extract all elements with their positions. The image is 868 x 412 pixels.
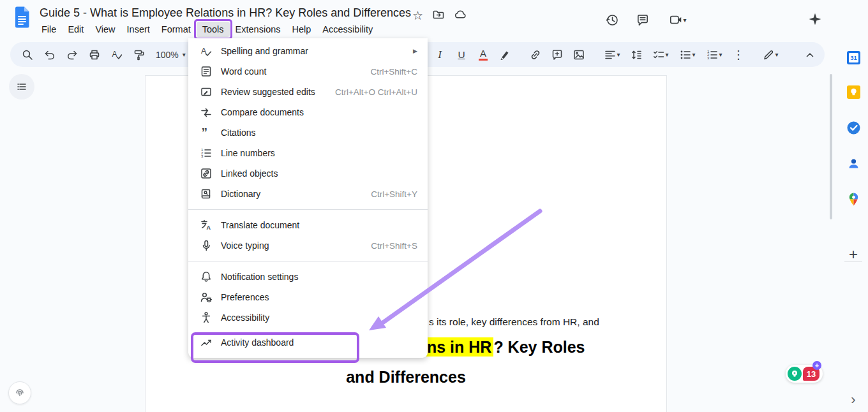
side-panel-rail: 31 + › (839, 40, 868, 412)
zoom-dropdown-icon: ▾ (183, 51, 186, 58)
menu-extensions[interactable]: Extensions (230, 22, 287, 37)
document-outline-button[interactable] (9, 74, 34, 99)
google-calendar-icon[interactable]: 31 (844, 48, 863, 67)
svg-text:3: 3 (201, 154, 204, 158)
menu-format[interactable]: Format (156, 22, 197, 37)
undo-icon[interactable] (41, 47, 58, 63)
hide-menus-icon[interactable] (802, 47, 818, 63)
vertical-scrollbar[interactable] (830, 74, 832, 219)
checklist-icon[interactable]: ▾ (650, 47, 671, 63)
lightbulb-icon (788, 367, 802, 381)
svg-text:A: A (207, 224, 211, 231)
fingerprint-hand-icon (13, 386, 26, 399)
paint-format-icon[interactable] (131, 47, 147, 63)
dictionary-icon (200, 188, 213, 200)
redo-icon[interactable] (64, 47, 80, 63)
linked-objects-icon (200, 167, 213, 180)
google-tasks-icon[interactable] (844, 118, 863, 137)
menu-item-line-numbers[interactable]: 123 Line numbers (188, 143, 428, 163)
menu-insert[interactable]: Insert (121, 22, 156, 37)
add-comment-icon[interactable] (549, 47, 565, 63)
menu-item-review-suggested-edits[interactable]: Review suggested edits Ctrl+Alt+O Ctrl+A… (188, 82, 428, 102)
body-text-fragment: s its role, key differences from HR, and (429, 316, 599, 328)
document-heading-line1: ns in HR? Key Roles (425, 338, 585, 357)
bulleted-list-icon[interactable]: ▾ (677, 47, 698, 63)
menu-view[interactable]: View (89, 22, 121, 37)
line-numbers-icon: 123 (200, 147, 213, 159)
yellow-highlighted-text: ns in HR (425, 337, 493, 357)
google-docs-logo-icon[interactable] (13, 6, 31, 31)
browser-extension-badge[interactable]: 13 + (786, 365, 823, 383)
review-edits-icon (200, 85, 213, 98)
menu-bar: File Edit View Insert Format Tools Exten… (36, 22, 378, 37)
google-keep-icon[interactable] (844, 82, 863, 101)
citations-icon: ” (200, 126, 213, 139)
submenu-arrow-icon: ▶ (413, 48, 417, 54)
menu-item-spelling-and-grammar[interactable]: A Spelling and grammar ▶ (188, 41, 428, 61)
insert-link-icon[interactable] (527, 47, 544, 63)
menu-tools[interactable]: Tools (197, 22, 230, 37)
menu-help[interactable]: Help (287, 22, 317, 37)
underline-icon[interactable]: U (453, 47, 470, 63)
meet-video-icon[interactable]: ▾ (664, 10, 692, 29)
person-gear-icon (200, 291, 213, 304)
gemini-sparkle-icon[interactable] (805, 10, 825, 29)
tools-dropdown-menu: A Spelling and grammar ▶ Word count Ctrl… (188, 38, 428, 358)
menu-item-translate-document[interactable]: A Translate document (188, 215, 428, 235)
menu-item-activity-dashboard[interactable]: Activity dashboard (188, 332, 428, 353)
video-dropdown-icon[interactable]: ▾ (683, 17, 686, 24)
microphone-icon (200, 239, 213, 252)
svg-text:3: 3 (707, 56, 710, 60)
menu-item-preferences[interactable]: Preferences (188, 287, 428, 307)
menu-item-linked-objects[interactable]: Linked objects (188, 163, 428, 184)
get-addons-plus-icon[interactable]: + (844, 245, 863, 264)
numbered-list-icon[interactable]: 123 ▾ (703, 47, 725, 63)
google-maps-icon[interactable] (844, 189, 863, 209)
italic-icon[interactable]: I (431, 47, 448, 63)
outline-list-icon (15, 80, 28, 93)
svg-text:A: A (112, 50, 117, 59)
bell-icon (200, 270, 213, 283)
document-title[interactable]: Guide 5 - What is Employee Relations in … (40, 6, 411, 20)
menu-item-notification-settings[interactable]: Notification settings (188, 267, 428, 287)
accessibility-person-icon (200, 311, 213, 324)
word-count-icon (200, 65, 213, 78)
accessibility-feedback-button[interactable] (8, 381, 31, 404)
menu-item-compare-documents[interactable]: Compare documents (188, 102, 428, 122)
menu-edit[interactable]: Edit (62, 22, 89, 37)
menu-item-word-count[interactable]: Word count Ctrl+Shift+C (188, 61, 428, 82)
cloud-status-icon[interactable] (454, 8, 467, 24)
menu-item-voice-typing[interactable]: Voice typing Ctrl+Shift+S (188, 235, 428, 256)
move-folder-icon[interactable] (432, 8, 445, 24)
show-side-panel-icon[interactable]: › (844, 390, 863, 409)
translate-icon: A (200, 219, 213, 232)
comments-icon[interactable] (633, 10, 652, 29)
menu-item-accessibility[interactable]: Accessibility (188, 307, 428, 328)
editing-mode-pen-icon[interactable]: ▾ (758, 47, 782, 63)
version-history-icon[interactable] (602, 10, 622, 29)
search-menus-icon[interactable] (19, 47, 36, 63)
google-contacts-icon[interactable] (844, 154, 863, 173)
menu-item-citations[interactable]: ” Citations (188, 122, 428, 143)
align-icon[interactable]: ▾ (601, 47, 623, 63)
star-icon[interactable]: ☆ (412, 10, 423, 22)
document-heading-line2: and Differences (146, 368, 666, 386)
print-icon[interactable] (86, 47, 103, 63)
menu-file[interactable]: File (36, 22, 62, 37)
text-color-icon[interactable]: A (475, 47, 491, 63)
line-spacing-icon[interactable] (628, 47, 645, 63)
calendar-day-label: 31 (850, 54, 857, 61)
extension-plus-badge: + (812, 361, 821, 370)
spell-grammar-icon: A (200, 45, 213, 57)
trending-up-icon (200, 336, 213, 349)
app-header: Guide 5 - What is Employee Relations in … (0, 0, 868, 40)
menu-accessibility[interactable]: Accessibility (317, 22, 378, 37)
zoom-select[interactable]: 100% ▾ (153, 50, 188, 60)
highlight-color-icon[interactable] (497, 47, 513, 63)
insert-image-icon[interactable] (571, 47, 587, 63)
menu-divider (188, 209, 428, 210)
spell-check-icon[interactable]: A (108, 47, 125, 63)
more-options-icon[interactable]: ⋮ (730, 47, 747, 63)
menu-item-dictionary[interactable]: Dictionary Ctrl+Shift+Y (188, 184, 428, 204)
svg-text:”: ” (202, 126, 208, 139)
